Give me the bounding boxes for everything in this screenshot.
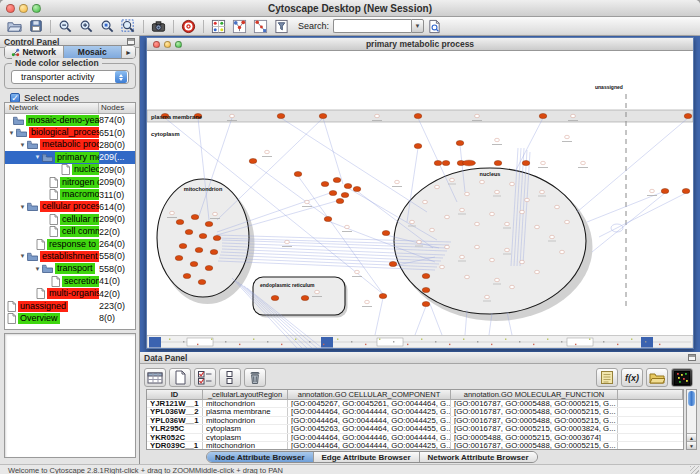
expand-arrow-icon[interactable]: ▼ bbox=[7, 130, 16, 136]
tree-row[interactable]: Overview8(0) bbox=[5, 312, 135, 324]
graph-node[interactable] bbox=[305, 200, 310, 203]
graph-node[interactable] bbox=[345, 225, 350, 228]
resize-grip[interactable] bbox=[690, 466, 699, 474]
filter-icon[interactable] bbox=[271, 18, 292, 35]
graph-node[interactable] bbox=[520, 260, 525, 263]
graph-node[interactable] bbox=[465, 192, 470, 195]
graph-node[interactable] bbox=[265, 150, 270, 153]
unselect-attributes-icon[interactable] bbox=[219, 368, 241, 387]
graph-node[interactable] bbox=[185, 229, 193, 234]
column-header[interactable]: ID bbox=[147, 390, 203, 399]
tree-row[interactable]: ▼cellular process614(0) bbox=[5, 201, 135, 213]
graph-node[interactable] bbox=[301, 295, 309, 300]
tree-row[interactable]: ▼primary metabo209(... bbox=[5, 151, 135, 163]
advanced-search-icon[interactable] bbox=[424, 18, 445, 35]
graph-node[interactable] bbox=[550, 235, 555, 238]
tree-row[interactable]: response to stimulu264(0) bbox=[5, 238, 135, 250]
graph-node[interactable] bbox=[277, 113, 285, 118]
graph-node[interactable] bbox=[315, 290, 320, 293]
tree-row[interactable]: ▼metabolic process280(0) bbox=[5, 139, 135, 151]
graph-node[interactable] bbox=[456, 140, 464, 145]
graph-node[interactable] bbox=[344, 183, 352, 188]
graph-node[interactable] bbox=[329, 190, 337, 195]
graph-node[interactable] bbox=[353, 186, 361, 191]
graph-node[interactable] bbox=[490, 212, 495, 215]
graph-node[interactable] bbox=[460, 255, 465, 258]
vizmapper-network-1-icon[interactable] bbox=[229, 18, 250, 35]
expand-arrow-icon[interactable]: ▼ bbox=[18, 253, 27, 259]
graph-node[interactable] bbox=[430, 228, 435, 231]
tab-mosaic[interactable]: Mosaic bbox=[64, 46, 123, 58]
import-attributes-icon[interactable] bbox=[646, 368, 668, 387]
graph-node[interactable] bbox=[183, 273, 191, 278]
graph-node[interactable] bbox=[422, 301, 430, 306]
birds-eye-view[interactable] bbox=[4, 333, 136, 458]
graph-node[interactable] bbox=[336, 198, 344, 203]
graph-node[interactable] bbox=[475, 114, 480, 117]
graph-node[interactable] bbox=[555, 205, 560, 208]
graph-node[interactable] bbox=[494, 160, 502, 165]
graph-node[interactable] bbox=[535, 270, 540, 273]
expand-arrow-icon[interactable]: ▼ bbox=[18, 204, 27, 210]
graph-node[interactable] bbox=[285, 240, 290, 243]
graph-node[interactable] bbox=[510, 182, 515, 185]
graph-node[interactable] bbox=[442, 160, 450, 165]
graph-node[interactable] bbox=[179, 243, 187, 248]
tree-row[interactable]: mosaic-demo-yeast874(0) bbox=[5, 114, 135, 126]
graph-node[interactable] bbox=[463, 160, 476, 166]
scroll-down-icon[interactable]: ▼ bbox=[687, 441, 696, 449]
tab-node-attribute-browser[interactable]: Node Attribute Browser bbox=[207, 452, 314, 462]
graph-node[interactable] bbox=[191, 214, 199, 219]
search-input[interactable] bbox=[333, 19, 411, 33]
delete-attribute-icon[interactable] bbox=[244, 368, 266, 387]
graph-node[interactable] bbox=[510, 285, 515, 288]
graph-node[interactable] bbox=[434, 160, 442, 165]
graph-node[interactable] bbox=[190, 261, 198, 266]
new-attribute-icon[interactable] bbox=[169, 368, 191, 387]
graph-node[interactable] bbox=[382, 230, 390, 235]
graph-node[interactable] bbox=[525, 198, 530, 201]
float-data-panel-icon[interactable] bbox=[688, 354, 696, 361]
tree-row[interactable]: macromolecule311(0) bbox=[5, 188, 135, 200]
tree-row[interactable]: unassigned223(0) bbox=[5, 300, 135, 312]
column-header[interactable]: _cellularLayoutRegion bbox=[203, 390, 288, 399]
zoom-selected-icon[interactable] bbox=[97, 18, 118, 35]
graph-node[interactable] bbox=[465, 275, 470, 278]
graph-node[interactable] bbox=[661, 188, 669, 193]
graph-node[interactable] bbox=[460, 208, 465, 211]
graph-node[interactable] bbox=[565, 135, 570, 138]
graph-node[interactable] bbox=[539, 113, 547, 118]
graph-node[interactable] bbox=[445, 215, 450, 218]
tree-column-nodes[interactable]: Nodes bbox=[99, 103, 135, 113]
scrollbar-thumb[interactable] bbox=[688, 391, 695, 406]
graph-node[interactable] bbox=[175, 255, 183, 260]
graph-node[interactable] bbox=[505, 222, 510, 225]
save-icon[interactable] bbox=[25, 18, 46, 35]
graph-node[interactable] bbox=[485, 295, 490, 298]
more-tabs-arrow-icon[interactable]: ► bbox=[122, 46, 135, 58]
graph-node[interactable] bbox=[520, 210, 525, 213]
graph-node[interactable] bbox=[333, 177, 341, 182]
graph-node[interactable] bbox=[650, 189, 655, 192]
zoom-fit-icon[interactable] bbox=[118, 18, 139, 35]
column-header[interactable]: annotation.GO MOLECULAR_FUNCTION bbox=[451, 390, 618, 399]
graph-node[interactable] bbox=[417, 240, 422, 243]
graph-node[interactable] bbox=[505, 248, 510, 251]
table-row[interactable]: YJR121W__1mitochondrion[GO:0045267, GO:0… bbox=[147, 400, 683, 408]
network-window-titlebar[interactable]: primary metabolic process bbox=[147, 38, 693, 51]
graph-node[interactable] bbox=[414, 143, 422, 148]
vizmapper-network-2-icon[interactable] bbox=[250, 18, 271, 35]
graph-node[interactable] bbox=[321, 181, 329, 186]
tab-edge-attribute-browser[interactable]: Edge Attribute Browser bbox=[314, 452, 420, 462]
graph-node[interactable] bbox=[440, 265, 445, 268]
graph-node[interactable] bbox=[230, 114, 235, 117]
zoom-out-icon[interactable] bbox=[55, 18, 76, 35]
tree-row[interactable]: nitrogen compo209(0) bbox=[5, 176, 135, 188]
graph-node[interactable] bbox=[210, 249, 218, 254]
graph-node[interactable] bbox=[199, 233, 207, 238]
graph-node[interactable] bbox=[379, 293, 387, 298]
help-lifering-icon[interactable] bbox=[178, 18, 199, 35]
tree-row[interactable]: ▼biological_process651(0) bbox=[5, 126, 135, 138]
expand-arrow-icon[interactable]: ▼ bbox=[33, 266, 42, 272]
attribute-table-icon[interactable] bbox=[144, 368, 166, 387]
